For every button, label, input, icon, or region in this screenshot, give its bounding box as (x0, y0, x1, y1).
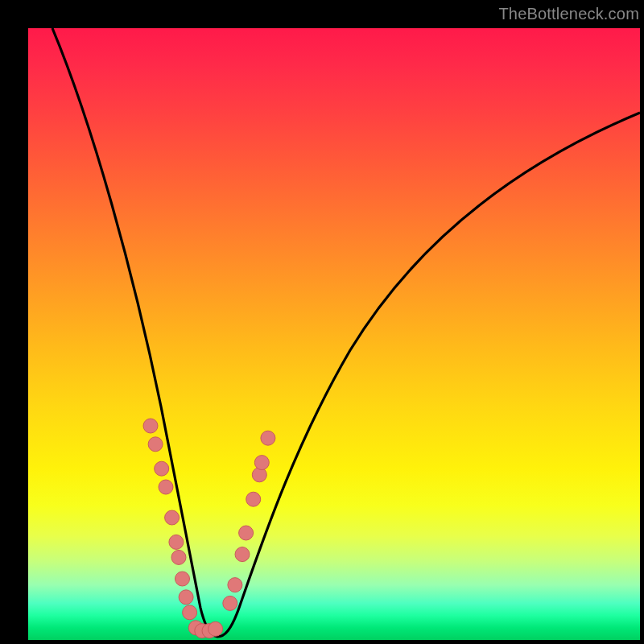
marker-dot (223, 596, 237, 610)
marker-dot (148, 437, 163, 452)
marker-dot (159, 480, 173, 494)
marker-dot (235, 547, 250, 562)
marker-dot (175, 572, 190, 586)
marker-dot (208, 621, 223, 636)
marker-group (143, 419, 275, 638)
marker-dot (171, 550, 186, 564)
watermark-text: TheBottleneck.com (498, 5, 639, 23)
marker-dot (254, 456, 269, 470)
bottleneck-curve (52, 28, 640, 637)
marker-dot (169, 535, 184, 549)
marker-dot (155, 461, 169, 476)
marker-dot (246, 492, 261, 506)
marker-dot (143, 419, 158, 433)
plot-area (28, 28, 640, 640)
marker-dot (179, 590, 193, 605)
curve-layer (28, 28, 640, 640)
marker-dot (261, 431, 275, 445)
marker-dot (239, 526, 254, 540)
marker-dot (183, 605, 197, 620)
marker-dot (165, 510, 180, 525)
chart-stage: TheBottleneck.com (0, 0, 644, 644)
marker-dot (228, 578, 242, 592)
